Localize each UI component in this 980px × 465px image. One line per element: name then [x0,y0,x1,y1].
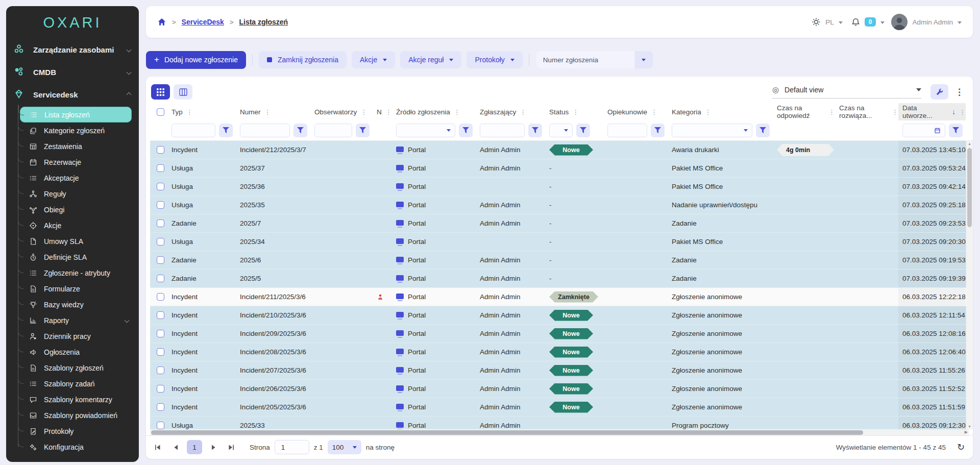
page-number-input[interactable]: 1 [275,440,309,454]
sidebar-item-rezerwacje[interactable]: Rezerwacje [20,154,132,170]
column-menu-icon[interactable]: ⋮ [385,108,392,116]
sidebar-item-szablony-zadań[interactable]: Szablony zadań [20,376,132,391]
actions-dropdown-button[interactable]: Akcje [352,51,395,68]
grid-view-button[interactable] [151,84,170,100]
column-menu-icon[interactable]: ⋮ [892,108,898,116]
sidebar-item-zgłoszenie-atrybuty[interactable]: Zgłoszenie - atrybuty [20,265,132,281]
chevron-down-icon[interactable] [958,21,962,24]
table-row[interactable]: Usługa2025/34Portal-Pakiet MS Office07.0… [150,233,973,251]
filter-funnel-button[interactable] [651,124,665,137]
home-icon[interactable] [157,17,166,27]
table-row[interactable]: Usługa2025/37PortalAdmin Admin-Pakiet MS… [150,159,973,178]
page-1-button[interactable]: 1 [187,440,202,454]
sidebar-item-konfiguracja[interactable]: Konfiguracja [20,439,132,455]
filter-select[interactable] [396,124,455,137]
table-row[interactable]: IncydentIncident/206/2025/3/6PortalAdmin… [150,380,973,398]
row-checkbox[interactable] [157,403,164,411]
table-row[interactable]: IncydentIncident/210/2025/3/6PortalAdmin… [150,306,973,325]
sidebar-item-definicje-sla[interactable]: Definicje SLA [20,249,132,265]
filter-select[interactable] [549,124,573,137]
table-row[interactable]: IncydentIncident/211/2025/3/6PortalAdmin… [150,288,973,306]
filter-funnel-button[interactable] [219,124,233,137]
column-header-czas_rozw[interactable]: Czas na rozwiąza...⋮ [835,103,898,120]
table-row[interactable]: Usługa2025/33PortalAdmin AdminProgram po… [150,417,973,429]
filter-input[interactable] [314,124,352,137]
filter-funnel-button[interactable] [949,124,963,137]
row-checkbox[interactable] [157,311,164,319]
filter-input[interactable] [240,124,290,137]
refresh-icon[interactable]: ↻ [957,442,965,453]
scroll-right-icon[interactable]: ▶ [965,430,968,434]
column-header-status[interactable]: Status⋮ [545,103,603,120]
filter-funnel-button[interactable] [528,124,542,137]
avatar[interactable] [891,14,908,30]
row-checkbox[interactable] [157,385,164,393]
column-menu-icon[interactable]: ⋮ [520,108,526,116]
column-menu-icon[interactable]: ⋮ [828,108,835,116]
first-page-button[interactable] [151,440,164,454]
more-options-icon[interactable]: ⋮ [955,87,964,97]
row-checkbox[interactable] [157,183,164,190]
sidebar-item-akceptacje[interactable]: Akceptacje [20,170,132,186]
column-header-opiekunowie[interactable]: Opiekunowie⋮ [603,103,668,120]
filter-date-input[interactable] [902,124,945,137]
table-row[interactable]: Usługa2025/35PortalAdmin Admin-Nadanie u… [150,196,973,214]
notification-count-badge[interactable]: 0 [865,17,876,27]
row-checkbox[interactable] [157,330,164,337]
add-ticket-button[interactable]: + Dodaj nowe zgłoszenie [146,51,246,69]
sidebar-item-protokoły[interactable]: Protokoły [20,423,132,439]
prev-page-button[interactable] [169,440,182,454]
breadcrumb-servicedesk[interactable]: ServiceDesk [182,18,224,26]
columns-view-button[interactable] [174,84,192,100]
table-row[interactable]: Zadanie2025/5PortalAdmin Admin-Zadanie07… [150,270,973,288]
table-row[interactable]: IncydentIncident/205/2025/3/6PortalAdmin… [150,398,973,417]
column-header-ncol[interactable]: N⋮ [373,103,392,120]
column-menu-icon[interactable]: ⋮ [186,108,193,116]
select-all-checkbox[interactable] [157,108,164,116]
sidebar-item-ogłoszenia[interactable]: Ogłoszenia [20,344,132,360]
horizontal-scrollbar[interactable]: ▶ [150,429,969,435]
column-menu-icon[interactable]: ⋮ [959,108,966,116]
column-menu-icon[interactable]: ⋮ [454,108,460,116]
filter-input[interactable] [172,124,215,137]
sidebar-item-lista-zgłoszeń[interactable]: Lista zgłoszeń [20,107,132,123]
sidebar-item-reguły[interactable]: Reguły [20,186,132,202]
column-header-kategoria[interactable]: Kategoria⋮ [668,103,773,120]
language-selector[interactable]: PL [825,18,834,26]
gear-icon[interactable] [812,17,821,27]
chevron-down-icon[interactable] [880,21,885,24]
row-checkbox[interactable] [157,275,164,282]
sidebar-item-zestawienia[interactable]: Zestawienia [20,138,132,154]
column-header-numer[interactable]: Numer⋮ [236,103,310,120]
table-row[interactable]: IncydentIncident/209/2025/3/6PortalAdmin… [150,325,973,343]
sidebar-item-dziennik-pracy[interactable]: Dziennik pracy [20,328,132,344]
table-row[interactable]: IncydentIncident/207/2025/3/6PortalAdmin… [150,361,973,380]
table-row[interactable]: Zadanie2025/7PortalAdmin Admin-Zadanie07… [150,214,973,233]
row-checkbox[interactable] [157,219,164,227]
sidebar-group-zarzadzanie-zasobami[interactable]: Zarządzanie zasobami [6,38,139,61]
row-checkbox[interactable] [157,164,164,172]
sidebar-item-szablony-powiadomień[interactable]: Szablony powiadomień [20,407,132,423]
scroll-down-icon[interactable]: ▼ [966,425,973,428]
filter-input[interactable] [607,124,647,137]
sort-desc-icon[interactable]: ↓ [952,108,955,116]
row-checkbox[interactable] [157,238,164,246]
sidebar-group-cmdb[interactable]: CMDB [6,61,139,83]
row-checkbox[interactable] [157,293,164,301]
table-settings-button[interactable] [930,84,948,100]
close-tickets-button[interactable]: Zamknij zgłoszenia [259,51,347,68]
row-checkbox[interactable] [157,256,164,264]
sidebar-item-umowy-sla[interactable]: Umowy SLA [20,233,132,249]
filter-select[interactable] [672,124,752,137]
search-dropdown-button[interactable] [635,51,653,68]
table-row[interactable]: Zadanie2025/6PortalAdmin Admin-Zadanie07… [150,251,973,270]
next-page-button[interactable] [207,440,220,454]
column-header-obserwatorzy[interactable]: Obserwatorzy⋮ [310,103,373,120]
column-header-data[interactable]: Data utworze...↓⋮ [898,103,966,120]
filter-input[interactable] [480,124,525,137]
user-name[interactable]: Admin Admin [912,18,953,26]
column-menu-icon[interactable]: ⋮ [572,108,579,116]
column-header-czas_odp[interactable]: Czas na odpowiedź⋮ [773,103,835,120]
sidebar-item-formularze[interactable]: Formularze [20,281,132,297]
filter-funnel-button[interactable] [756,124,770,137]
